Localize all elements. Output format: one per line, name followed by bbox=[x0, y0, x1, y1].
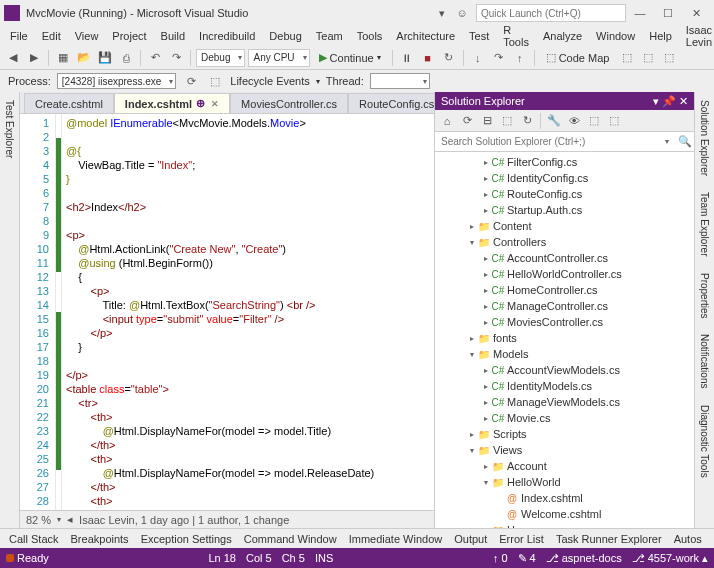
bottom-tab[interactable]: Command Window bbox=[239, 531, 342, 547]
maximize-button[interactable]: ☐ bbox=[654, 3, 682, 23]
tree-item[interactable]: ▸C#FilterConfig.cs bbox=[435, 154, 694, 170]
bottom-tab[interactable]: Error List bbox=[494, 531, 549, 547]
tree-item[interactable]: ▸C#HelloWorldController.cs bbox=[435, 266, 694, 282]
solution-search-input[interactable] bbox=[435, 133, 658, 151]
step-into-icon[interactable]: ↓ bbox=[469, 49, 487, 67]
menu-build[interactable]: Build bbox=[155, 28, 191, 44]
config-dropdown[interactable]: Debug bbox=[196, 49, 245, 67]
tree-item[interactable]: ▸C#Startup.Auth.cs bbox=[435, 202, 694, 218]
menu-file[interactable]: File bbox=[4, 28, 34, 44]
save-icon[interactable]: 💾 bbox=[96, 49, 114, 67]
tree-item[interactable]: ▸C#IdentityConfig.cs bbox=[435, 170, 694, 186]
bottom-tab[interactable]: Immediate Window bbox=[344, 531, 448, 547]
toolbar-icon-1[interactable]: ⬚ bbox=[618, 49, 636, 67]
tool-icon-1[interactable]: ⬚ bbox=[585, 112, 603, 130]
rail-properties[interactable]: Properties bbox=[697, 269, 712, 323]
collapse-icon[interactable]: ⊟ bbox=[478, 112, 496, 130]
bottom-tab[interactable]: Output bbox=[449, 531, 492, 547]
rail-notifications[interactable]: Notifications bbox=[697, 330, 712, 392]
panel-close-icon[interactable]: ✕ bbox=[679, 95, 688, 108]
notifications-icon[interactable]: ▾ bbox=[434, 5, 450, 21]
open-icon[interactable]: 📂 bbox=[75, 49, 93, 67]
search-icon[interactable]: 🔍 bbox=[676, 133, 694, 151]
stop-icon[interactable]: ■ bbox=[419, 49, 437, 67]
minimize-button[interactable]: — bbox=[626, 3, 654, 23]
file-tab[interactable]: RouteConfig.cs bbox=[348, 93, 434, 113]
bottom-tab[interactable]: Exception Settings bbox=[136, 531, 237, 547]
thread-dropdown[interactable] bbox=[370, 73, 430, 89]
menu-debug[interactable]: Debug bbox=[263, 28, 307, 44]
tree-item[interactable]: ▸C#IdentityModels.cs bbox=[435, 378, 694, 394]
panel-titlebar[interactable]: Solution Explorer ▾ 📌 ✕ bbox=[435, 92, 694, 110]
tree-item[interactable]: ▸C#AccountController.cs bbox=[435, 250, 694, 266]
tree-item[interactable]: ▸C#RouteConfig.cs bbox=[435, 186, 694, 202]
pause-icon[interactable]: ⏸ bbox=[398, 49, 416, 67]
menu-window[interactable]: Window bbox=[590, 28, 641, 44]
menu-team[interactable]: Team bbox=[310, 28, 349, 44]
bottom-tab[interactable]: Locals bbox=[709, 531, 714, 547]
quick-launch-input[interactable] bbox=[476, 4, 626, 22]
tree-item[interactable]: ▸C#ManageViewModels.cs bbox=[435, 394, 694, 410]
close-button[interactable]: ✕ bbox=[682, 3, 710, 23]
step-out-icon[interactable]: ↑ bbox=[511, 49, 529, 67]
search-dropdown-icon[interactable]: ▾ bbox=[658, 133, 676, 151]
codemap-button[interactable]: ⬚Code Map bbox=[540, 49, 616, 67]
undo-icon[interactable]: ↶ bbox=[146, 49, 164, 67]
properties-icon[interactable]: 🔧 bbox=[545, 112, 563, 130]
file-tab[interactable]: MoviesController.cs bbox=[230, 93, 348, 113]
menu-architecture[interactable]: Architecture bbox=[390, 28, 461, 44]
tree-item[interactable]: ▸📁fonts bbox=[435, 330, 694, 346]
tree-item[interactable]: ▸C#Movie.cs bbox=[435, 410, 694, 426]
save-all-icon[interactable]: ⎙ bbox=[117, 49, 135, 67]
rail-team-explorer[interactable]: Team Explorer bbox=[697, 188, 712, 260]
menu-view[interactable]: View bbox=[69, 28, 105, 44]
toolbar-icon-2[interactable]: ⬚ bbox=[639, 49, 657, 67]
solution-tree[interactable]: ▸C#FilterConfig.cs▸C#IdentityConfig.cs▸C… bbox=[435, 152, 694, 528]
sync-icon[interactable]: ⟳ bbox=[458, 112, 476, 130]
lifecycle-icon[interactable]: ⬚ bbox=[206, 72, 224, 90]
toolbar-icon-3[interactable]: ⬚ bbox=[660, 49, 678, 67]
rail-diagnostics[interactable]: Diagnostic Tools bbox=[697, 401, 712, 482]
tree-item[interactable]: ▸C#HomeController.cs bbox=[435, 282, 694, 298]
restart-icon[interactable]: ↻ bbox=[440, 49, 458, 67]
tree-item[interactable]: ▸C#ManageController.cs bbox=[435, 298, 694, 314]
process-dropdown[interactable]: [24328] iisexpress.exe bbox=[57, 73, 177, 89]
cycle-icon[interactable]: ⟳ bbox=[182, 72, 200, 90]
tree-item[interactable]: ▾📁Views bbox=[435, 442, 694, 458]
preview-icon[interactable]: 👁 bbox=[565, 112, 583, 130]
show-all-icon[interactable]: ⬚ bbox=[498, 112, 516, 130]
code-editor[interactable]: 1234567891011121314151617181920212223242… bbox=[20, 114, 434, 510]
home-icon[interactable]: ⌂ bbox=[438, 112, 456, 130]
status-repo[interactable]: ⎇ aspnet-docs bbox=[546, 552, 622, 565]
tree-item[interactable]: ▸📁Account bbox=[435, 458, 694, 474]
menu-project[interactable]: Project bbox=[106, 28, 152, 44]
nav-back-icon[interactable]: ◀ bbox=[4, 49, 22, 67]
tree-item[interactable]: ▸📁Scripts bbox=[435, 426, 694, 442]
step-over-icon[interactable]: ↷ bbox=[490, 49, 508, 67]
continue-button[interactable]: ▶Continue▾ bbox=[313, 49, 387, 67]
refresh-icon[interactable]: ↻ bbox=[518, 112, 536, 130]
bottom-tab[interactable]: Autos bbox=[669, 531, 707, 547]
menu-incredibuild[interactable]: Incredibuild bbox=[193, 28, 261, 44]
menu-help[interactable]: Help bbox=[643, 28, 678, 44]
tree-item[interactable]: ▸C#MoviesController.cs bbox=[435, 314, 694, 330]
tree-item[interactable]: ▸📁Content bbox=[435, 218, 694, 234]
tree-item[interactable]: ▸C#AccountViewModels.cs bbox=[435, 362, 694, 378]
tree-item[interactable]: ▾📁Controllers bbox=[435, 234, 694, 250]
panel-dropdown-icon[interactable]: ▾ bbox=[653, 95, 659, 108]
file-tab[interactable]: Create.cshtml bbox=[24, 93, 114, 113]
bottom-tab[interactable]: Call Stack bbox=[4, 531, 64, 547]
bottom-tab[interactable]: Task Runner Explorer bbox=[551, 531, 667, 547]
status-push-icon[interactable]: ↑ 0 bbox=[493, 552, 508, 564]
tree-item[interactable]: @Index.cshtml bbox=[435, 490, 694, 506]
platform-dropdown[interactable]: Any CPU bbox=[248, 49, 309, 67]
codelens-info[interactable]: Isaac Levin, 1 day ago | 1 author, 1 cha… bbox=[79, 514, 289, 526]
nav-fwd-icon[interactable]: ▶ bbox=[25, 49, 43, 67]
menu-edit[interactable]: Edit bbox=[36, 28, 67, 44]
menu-analyze[interactable]: Analyze bbox=[537, 28, 588, 44]
panel-pin-icon[interactable]: 📌 bbox=[662, 95, 676, 108]
tree-item[interactable]: @Welcome.cshtml bbox=[435, 506, 694, 522]
new-project-icon[interactable]: ▦ bbox=[54, 49, 72, 67]
status-changes-icon[interactable]: ✎ 4 bbox=[518, 552, 536, 565]
tool-icon-2[interactable]: ⬚ bbox=[605, 112, 623, 130]
